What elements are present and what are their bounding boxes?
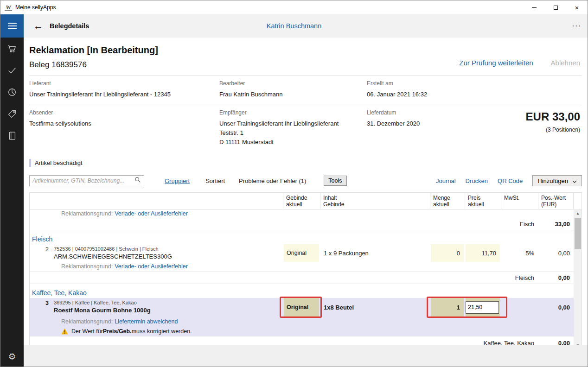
field-absender: Absender Testfirma sellysolutions [29, 109, 219, 147]
main-content: Reklamation [In Bearbeitung] Beleg 16839… [24, 38, 588, 367]
cell-menge[interactable]: 0 [430, 244, 465, 262]
tag-bar-icon [29, 159, 31, 167]
search-icon[interactable] [134, 177, 141, 185]
document-actions: Zur Prüfung weiterleiten Ablehnen [459, 56, 580, 70]
pos-number: 2 [30, 244, 53, 262]
search-box [29, 175, 144, 186]
cell-mwst: 5% [501, 244, 538, 262]
cell-pos-wert: 0,00 [538, 244, 574, 262]
close-icon: × [575, 4, 579, 11]
cell-mwst [501, 298, 538, 316]
table-row-item3-selected[interactable]: 3 369295 | Kaffee | Kaffee, Tee, Kakao R… [30, 298, 574, 316]
warning-triangle-icon [61, 328, 68, 335]
bottom-strip [24, 345, 588, 367]
article-description: 752536 | 04007951002486 | Schwein | Flei… [53, 244, 283, 262]
preis-input[interactable] [466, 301, 499, 314]
group-header-fleisch: Fleisch [30, 233, 574, 244]
close-button[interactable]: × [566, 0, 588, 14]
print-link[interactable]: Drucken [466, 177, 488, 184]
field-lieferant: Lieferant Unser Trainingslieferant Ihr L… [29, 80, 219, 99]
ellipsis-icon: ··· [572, 21, 581, 30]
qr-code-link[interactable]: QR Code [498, 177, 523, 184]
cell-preis [465, 298, 501, 316]
pos-number: 3 [30, 298, 53, 316]
table-body: Reklamationsgrund: Verlade- oder Auslief… [30, 210, 574, 349]
col-preis-aktuell: Preis aktuell [465, 193, 501, 209]
grouped-toggle[interactable]: Gruppiert [165, 177, 190, 184]
minimize-icon [532, 7, 537, 8]
table-row-item2[interactable]: 2 752536 | 04007951002486 | Schwein | Fl… [30, 244, 574, 262]
field-erstellt-am: Erstellt am 06. Januar 2021 16:32 [367, 80, 582, 99]
catalog-icon[interactable] [7, 131, 17, 141]
maximize-button[interactable] [545, 0, 566, 14]
app-window: W Meine sellyApps × ← Belegdetails Katri… [0, 0, 588, 367]
meta-row-1: Lieferant Unser Trainingslieferant Ihr L… [24, 76, 588, 105]
scroll-up-arrow-icon[interactable]: ▲ [574, 210, 582, 217]
user-link[interactable]: Katrin Buschmann [267, 22, 321, 30]
damage-tag: Artikel beschädigt [29, 159, 582, 167]
add-button[interactable]: Hinzufügen [532, 175, 582, 186]
document-title: Reklamation [In Bearbeitung] [29, 45, 158, 56]
field-bearbeiter: Bearbeiter Frau Katrin Buschmann [219, 80, 367, 99]
field-lieferdatum: Lieferdatum 31. Dezember 2020 [367, 109, 478, 147]
group-header-kaffee: Kaffee, Tee, Kakao [30, 287, 574, 298]
total-positions: (3 Positionen) [478, 127, 580, 133]
titlebar: W Meine sellyApps × [0, 0, 588, 14]
window-title: Meine sellyApps [15, 4, 56, 11]
cart-icon[interactable] [7, 44, 17, 54]
menu-button[interactable] [0, 14, 24, 38]
cell-inhalt: 1x8 Beutel [320, 298, 430, 316]
app-header: ← Belegdetails Katrin Buschmann ··· [0, 14, 588, 38]
window-controls: × [524, 0, 588, 14]
cell-gebinde[interactable]: Original [283, 244, 320, 262]
back-arrow-icon: ← [33, 20, 43, 31]
toolbar-right: Journal Drucken QR Code Hinzufügen [436, 175, 582, 186]
col-menge-aktuell: Menge aktuell [430, 193, 465, 209]
field-empfaenger: Empfänger Unser Trainingslieferant Ihr L… [219, 109, 367, 147]
reason-row-item3: Reklamationsgrund: Liefertermin abweiche… [30, 316, 574, 326]
back-button[interactable]: ← [33, 21, 43, 31]
minimize-button[interactable] [524, 0, 545, 14]
cell-inhalt: 1 x 9 Packungen [320, 244, 430, 262]
settings-gear-icon[interactable]: ⚙ [8, 351, 16, 362]
cell-menge[interactable]: 1 [430, 298, 465, 316]
cell-gebinde[interactable]: Original [283, 298, 320, 316]
document-number: Beleg 16839576 [29, 60, 158, 70]
tools-button[interactable]: Tools [324, 176, 346, 186]
col-inhalt-gebinde: Inhalt Gebinde [320, 193, 430, 209]
total-amount: EUR 33,00 [478, 110, 580, 123]
group-footer-fleisch: Fleisch 0,00 [30, 272, 574, 284]
sidebar: ⚙ [0, 38, 24, 367]
warning-row-item3: Der Wert für Preis/Geb. muss korrigiert … [30, 326, 574, 336]
article-description: 369295 | Kaffee | Kaffee, Tee, Kakao Roe… [53, 298, 283, 316]
pie-chart-icon[interactable] [7, 87, 17, 97]
cell-pos-wert: 0,00 [538, 298, 574, 316]
positions-toolbar: Gruppiert Sortiert Probleme oder Fehler … [29, 175, 582, 187]
group-footer-fisch: Fisch 33,00 [30, 218, 574, 230]
table-header: Gebinde aktuell Inhalt Gebinde Menge akt… [30, 193, 582, 209]
total-block: EUR 33,00 (3 Positionen) [478, 109, 582, 147]
vertical-scrollbar[interactable]: ▲ ▼ [574, 210, 582, 349]
col-mwst: MwSt. [501, 193, 538, 209]
chevron-down-icon [572, 177, 577, 184]
more-options-button[interactable]: ··· [572, 21, 581, 31]
maximize-icon [554, 6, 558, 10]
reject-button[interactable]: Ablehnen [551, 59, 580, 67]
search-input[interactable] [32, 177, 134, 184]
price-tag-icon[interactable] [7, 109, 17, 119]
reason-row-item1: Reklamationsgrund: Verlade- oder Auslief… [30, 210, 574, 218]
col-pos-wert: Pos.-Wert (EUR) [538, 193, 574, 209]
forward-for-review-button[interactable]: Zur Prüfung weiterleiten [459, 59, 533, 67]
problems-filter[interactable]: Probleme oder Fehler (1) [239, 177, 306, 184]
meta-row-2: Absender Testfirma sellysolutions Empfän… [24, 105, 588, 152]
journal-link[interactable]: Journal [436, 177, 456, 184]
app-logo-icon: W [5, 4, 12, 11]
scrollbar-thumb[interactable] [575, 218, 581, 249]
reason-row-item2: Reklamationsgrund: Verlade- oder Auslief… [30, 262, 574, 272]
checkmark-icon[interactable] [7, 65, 17, 76]
positions-table: Gebinde aktuell Inhalt Gebinde Menge akt… [29, 192, 582, 350]
document-header: Reklamation [In Bearbeitung] Beleg 16839… [24, 38, 588, 70]
col-gebinde-aktuell: Gebinde aktuell [283, 193, 320, 209]
sorted-toggle[interactable]: Sortiert [205, 177, 225, 184]
cell-preis[interactable]: 11,70 [465, 244, 501, 262]
